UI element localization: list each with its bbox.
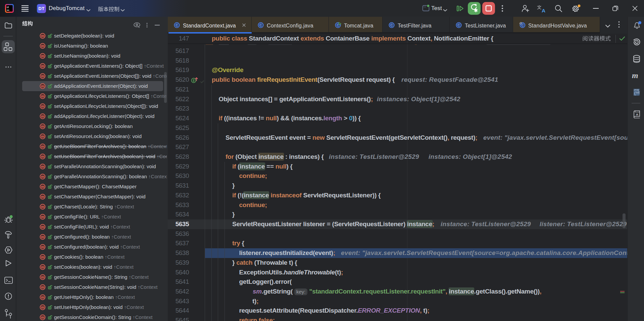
svg-text:C: C: [259, 23, 262, 27]
svg-text:m: m: [41, 305, 44, 309]
svg-text:m: m: [41, 285, 44, 289]
svg-text:m: m: [41, 44, 44, 48]
svg-text:m: m: [41, 215, 44, 219]
svg-text:m: m: [41, 114, 44, 118]
svg-text:m: m: [41, 134, 44, 138]
svg-text:m: m: [41, 225, 44, 229]
svg-text:IJ: IJ: [7, 6, 9, 9]
svg-text:m: m: [41, 94, 44, 98]
svg-text:m: m: [41, 195, 44, 199]
svg-text:m: m: [41, 64, 44, 68]
svg-text:m: m: [41, 165, 44, 169]
svg-text:m: m: [41, 275, 44, 279]
svg-text:m: m: [41, 74, 44, 78]
svg-text:m: m: [41, 104, 44, 108]
svg-text:m: m: [41, 315, 44, 319]
svg-text:m: m: [41, 235, 44, 239]
svg-text:A: A: [542, 8, 545, 13]
svg-text:m: m: [41, 295, 44, 299]
svg-text:m: m: [41, 175, 44, 179]
svg-text:C: C: [390, 23, 393, 27]
svg-text:I: I: [193, 79, 194, 82]
svg-text:m: m: [41, 245, 44, 249]
svg-text:C: C: [457, 23, 460, 27]
svg-text:m: m: [41, 265, 44, 269]
svg-text:m: m: [41, 205, 44, 209]
svg-text:m: m: [41, 124, 44, 128]
svg-text:m: m: [41, 84, 44, 88]
svg-text:m: m: [41, 154, 44, 158]
svg-text:m: m: [41, 144, 44, 148]
svg-text:C: C: [521, 23, 524, 27]
svg-text:m: m: [41, 185, 44, 189]
svg-text:C: C: [176, 23, 178, 27]
svg-text:m: m: [41, 34, 44, 38]
svg-text:A: A: [636, 113, 638, 116]
svg-text:m: m: [41, 54, 44, 58]
svg-text:m: m: [41, 255, 44, 259]
